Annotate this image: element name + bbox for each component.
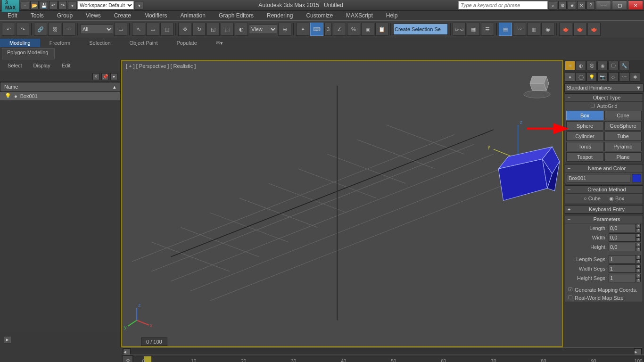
systems-subtab-icon[interactable]: ✱ bbox=[630, 72, 640, 82]
menu-tools[interactable]: Tools bbox=[24, 11, 50, 20]
menu-views[interactable]: Views bbox=[79, 11, 107, 20]
redo-button[interactable]: ↷ bbox=[16, 23, 29, 36]
object-name-input[interactable] bbox=[567, 174, 630, 182]
display-tab-icon[interactable]: 🖵 bbox=[608, 61, 619, 70]
torus-button[interactable]: Torus bbox=[566, 142, 603, 151]
viewport[interactable]: [ + ] [ Perspective ] [ Realistic ] bbox=[121, 60, 563, 347]
center-button[interactable]: ⊕ bbox=[278, 23, 291, 36]
placement-button[interactable]: ⬚ bbox=[221, 23, 234, 36]
sphere-button[interactable]: Sphere bbox=[566, 121, 603, 131]
tab-populate[interactable]: Populate bbox=[167, 39, 206, 47]
time-track[interactable]: 0 10 20 30 40 50 60 70 80 90 100 bbox=[133, 356, 644, 362]
named-selection-input[interactable] bbox=[393, 24, 448, 35]
modify-tab-icon[interactable]: ◐ bbox=[576, 61, 586, 70]
undo-icon[interactable]: ↶ bbox=[49, 1, 58, 9]
menu-animation[interactable]: Animation bbox=[174, 11, 212, 20]
new-icon[interactable]: ▫ bbox=[21, 1, 29, 9]
keyboard-shortcut-button[interactable]: ⌨ bbox=[310, 23, 323, 36]
lights-subtab-icon[interactable]: 💡 bbox=[586, 72, 597, 82]
menu-edit[interactable]: Edit bbox=[1, 11, 24, 20]
workspace-select[interactable]: Workspace: Default bbox=[77, 1, 134, 9]
coord-system-select[interactable]: View bbox=[249, 25, 277, 34]
scene-item-box001[interactable]: 💡 ● Box001 bbox=[0, 92, 120, 100]
layers-button[interactable]: ☰ bbox=[481, 23, 494, 36]
render-setup-button[interactable]: 🫖 bbox=[559, 23, 572, 36]
select-region-button[interactable]: ▭ bbox=[146, 23, 159, 36]
visibility-icon[interactable]: 💡 bbox=[5, 93, 11, 99]
search-icon[interactable]: ⌕ bbox=[549, 1, 557, 9]
cone-button[interactable]: Cone bbox=[604, 111, 642, 120]
unlink-button[interactable]: ⛓ bbox=[48, 23, 61, 36]
motion-tab-icon[interactable]: ◉ bbox=[597, 61, 608, 70]
rendered-frame-button[interactable]: 🫖 bbox=[573, 23, 586, 36]
time-scrollbar[interactable]: ◂▸ bbox=[123, 347, 642, 354]
maximize-button[interactable]: ▢ bbox=[612, 0, 627, 10]
length-input[interactable] bbox=[609, 224, 636, 232]
snap-toggle-3[interactable]: 3 bbox=[324, 23, 332, 36]
scene-tab-display[interactable]: Display bbox=[33, 63, 50, 68]
cylinder-button[interactable]: Cylinder bbox=[566, 132, 603, 141]
minimize-button[interactable]: — bbox=[596, 0, 611, 10]
height-segs-input[interactable] bbox=[609, 274, 636, 282]
scale-button[interactable]: ◱ bbox=[206, 23, 220, 36]
pin-panel-icon[interactable]: 📌 bbox=[101, 73, 108, 80]
expand-panel-icon[interactable]: ▸ bbox=[4, 336, 11, 344]
pyramid-button[interactable]: Pyramid bbox=[604, 142, 642, 151]
help-link-icon[interactable]: ⚙ bbox=[558, 1, 567, 9]
search-input[interactable] bbox=[458, 1, 548, 9]
curve-editor-button[interactable]: 〰 bbox=[513, 23, 526, 36]
box-radio[interactable]: ◉ Box bbox=[609, 196, 624, 202]
mirror-button[interactable]: ▻◅ bbox=[453, 23, 466, 36]
rotate-button[interactable]: ↻ bbox=[192, 23, 206, 36]
scene-tab-edit[interactable]: Edit bbox=[62, 63, 71, 68]
menu-help[interactable]: Help bbox=[380, 11, 405, 20]
reference-coord-button[interactable]: ◐ bbox=[235, 23, 248, 36]
viewcube[interactable] bbox=[520, 67, 553, 100]
height-input[interactable] bbox=[609, 243, 636, 251]
help-icon[interactable]: ? bbox=[586, 1, 595, 9]
menu-maxscript[interactable]: MAXScript bbox=[339, 11, 380, 20]
percent-snap-button[interactable]: % bbox=[347, 23, 360, 36]
material-editor-button[interactable]: ◉ bbox=[541, 23, 554, 36]
menu-rendering[interactable]: Rendering bbox=[260, 11, 299, 20]
length-segs-input[interactable] bbox=[609, 255, 636, 263]
render-button[interactable]: 🫖 bbox=[587, 23, 601, 36]
tab-selection[interactable]: Selection bbox=[80, 39, 120, 47]
time-config-icon[interactable]: ⚙ bbox=[123, 355, 133, 362]
menu-modifiers[interactable]: Modifiers bbox=[138, 11, 174, 20]
window-crossing-button[interactable]: ◫ bbox=[160, 23, 173, 36]
select-button[interactable]: ↖ bbox=[132, 23, 145, 36]
toggle-ribbon-button[interactable]: ▤ bbox=[499, 23, 512, 36]
timeline[interactable]: ⚙ 0 10 20 30 40 50 60 70 80 90 100 bbox=[123, 354, 644, 362]
teapot-button[interactable]: Teapot bbox=[566, 152, 603, 162]
menu-customize[interactable]: Customize bbox=[299, 11, 339, 20]
exchange-icon[interactable]: ✕ bbox=[577, 1, 586, 9]
undo-button[interactable]: ↶ bbox=[2, 23, 15, 36]
menu-create[interactable]: Create bbox=[107, 11, 138, 20]
tab-object-paint[interactable]: Object Paint bbox=[120, 39, 167, 47]
star-icon[interactable]: ★ bbox=[568, 1, 576, 9]
tab-freeform[interactable]: Freeform bbox=[40, 39, 80, 47]
autogrid-checkbox[interactable]: ☐AutoGrid bbox=[565, 102, 643, 110]
schematic-button[interactable]: ▥ bbox=[527, 23, 540, 36]
width-input[interactable] bbox=[609, 233, 636, 242]
scene-tab-select[interactable]: Select bbox=[8, 63, 22, 68]
open-icon[interactable]: 📂 bbox=[30, 1, 39, 9]
options-icon[interactable]: ▾ bbox=[110, 73, 117, 80]
save-icon[interactable]: 💾 bbox=[40, 1, 48, 9]
selection-filter[interactable]: All bbox=[80, 25, 113, 34]
select-object-button[interactable]: ▭ bbox=[114, 23, 127, 36]
menu-group[interactable]: Group bbox=[50, 11, 79, 20]
ribbon-menu-icon[interactable]: ✉▾ bbox=[206, 39, 232, 48]
project-icon[interactable]: ▾ bbox=[68, 1, 76, 9]
redo-icon[interactable]: ↷ bbox=[58, 1, 67, 9]
plane-button[interactable]: Plane bbox=[604, 152, 642, 162]
shapes-subtab-icon[interactable]: ◯ bbox=[576, 72, 586, 82]
cube-radio[interactable]: ○ Cube bbox=[584, 196, 601, 202]
tube-button[interactable]: Tube bbox=[604, 132, 642, 141]
width-segs-input[interactable] bbox=[609, 264, 636, 273]
move-button[interactable]: ✥ bbox=[178, 23, 191, 36]
workspace-menu-icon[interactable]: ▾ bbox=[135, 1, 143, 9]
close-button[interactable]: ✕ bbox=[628, 0, 643, 10]
cameras-subtab-icon[interactable]: 📷 bbox=[597, 72, 608, 82]
